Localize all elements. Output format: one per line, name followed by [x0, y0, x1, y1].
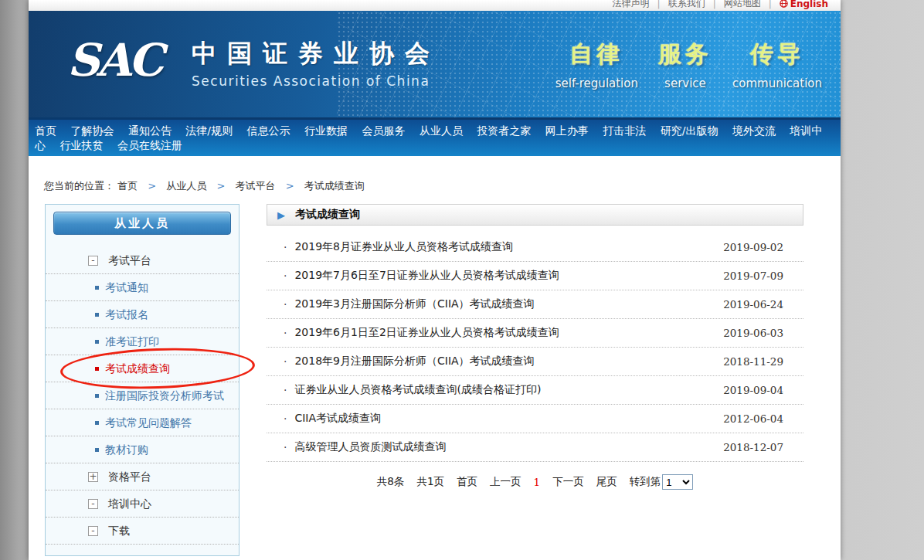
list-item: · CIIA考试成绩查询 2012-06-04 [267, 405, 803, 433]
goto-page-select[interactable]: 1 [662, 474, 693, 490]
panel-title: 考试成绩查询 [295, 208, 360, 222]
list-item-link[interactable]: 证券业从业人员资格考试成绩查询(成绩合格证打印) [294, 383, 541, 397]
sidebar-item-label: 教材订购 [105, 443, 148, 456]
square-bullet-icon [95, 313, 99, 317]
square-bullet-icon [95, 421, 99, 425]
slogan-cn: 传导 [732, 39, 822, 70]
sidebar-item-ciia-exam[interactable]: 注册国际投资分析师考试 [46, 382, 239, 409]
breadcrumb-separator: > [216, 180, 225, 192]
nav-item-about[interactable]: 了解协会 [70, 124, 114, 137]
breadcrumb-practitioners[interactable]: 从业人员 [166, 180, 206, 192]
collapse-toggle-icon[interactable]: - [88, 499, 98, 509]
sidebar-item-exam-faq[interactable]: 考试常见问题解答 [46, 409, 239, 436]
nav-item-poverty-alleviation[interactable]: 行业扶贫 [59, 139, 103, 151]
nav-item-practitioners[interactable]: 从业人员 [420, 124, 463, 137]
square-bullet-icon [95, 340, 99, 344]
nav-item-member-online-registration[interactable]: 会员在线注册 [117, 139, 182, 151]
list-item-link[interactable]: 2019年7月6日至7日证券业从业人员资格考试成绩查询 [294, 269, 559, 283]
sidebar-title-practitioners[interactable]: 从业人员 [53, 212, 231, 235]
list-item-date: 2018-12-07 [723, 441, 783, 453]
topbar-separator: | [713, 0, 716, 9]
sidebar-item-exam-platform[interactable]: - 考试平台 [46, 247, 239, 274]
site-title-en: Securities Association of China [192, 73, 440, 89]
contact-us-link[interactable]: 联系我们 [668, 0, 705, 10]
banner-slogan: 自律 self-regulation 服务 service 传导 communi… [555, 39, 822, 90]
main-panel: ▶ 考试成绩查询 · 2019年8月证券业从业人员资格考试成绩查询 2019-0… [267, 204, 803, 490]
sidebar-item-exam-notice[interactable]: 考试通知 [46, 274, 239, 301]
english-link[interactable]: English [780, 0, 828, 9]
list-item-link[interactable]: 2019年6月1日至2日证券业从业人员资格考试成绩查询 [294, 326, 559, 340]
nav-item-research-publications[interactable]: 研究/出版物 [661, 124, 718, 137]
list-item: · 2019年3月注册国际分析师（CIIA）考试成绩查询 2019-06-24 [267, 290, 803, 319]
prev-page-link[interactable]: 上一页 [490, 475, 521, 489]
sidebar-item-label: 考试常见问题解答 [105, 416, 192, 429]
result-list: · 2019年8月证券业从业人员资格考试成绩查询 2019-09-02 · 20… [267, 233, 803, 462]
topbar-separator: | [657, 0, 661, 9]
nav-item-investor-home[interactable]: 投资者之家 [477, 124, 531, 137]
list-item-date: 2019-07-09 [723, 270, 783, 282]
nav-item-overseas-exchange[interactable]: 境外交流 [732, 124, 776, 137]
sidebar-item-label: 考试成绩查询 [105, 361, 170, 375]
dot-bullet-icon: · [284, 412, 287, 425]
globe-icon [780, 0, 788, 8]
square-bullet-icon [95, 448, 99, 452]
sidebar-item-exam-registration[interactable]: 考试报名 [46, 301, 239, 328]
nav-item-info-disclosure[interactable]: 信息公示 [247, 124, 290, 137]
goto-page-label: 转到第 [630, 475, 661, 489]
list-item-link[interactable]: CIIA考试成绩查询 [294, 412, 381, 426]
list-item: · 2019年8月证券业从业人员资格考试成绩查询 2019-09-02 [267, 233, 803, 262]
sidebar-item-download[interactable]: - 下载 [46, 518, 239, 545]
dot-bullet-icon: · [284, 355, 287, 368]
sidebar-item-textbook-order[interactable]: 教材订购 [46, 436, 239, 463]
list-item: · 高级管理人员资质测试成绩查询 2018-12-07 [267, 433, 803, 462]
sidebar-menu: - 考试平台 考试通知 考试报名 准考证打印 考试成绩查询 [46, 247, 239, 545]
legal-notice-link[interactable]: 法律声明 [613, 0, 650, 10]
list-item-link[interactable]: 高级管理人员资质测试成绩查询 [294, 440, 446, 454]
sidebar-item-label: 准考证打印 [105, 334, 159, 348]
list-item-link[interactable]: 2019年8月证券业从业人员资格考试成绩查询 [294, 240, 513, 254]
dot-bullet-icon: · [284, 441, 287, 453]
nav-item-industry-data[interactable]: 行业数据 [304, 124, 348, 137]
sidebar-item-exam-score-inquiry[interactable]: 考试成绩查询 [46, 355, 239, 382]
list-item-date: 2019-09-02 [723, 241, 783, 253]
expand-toggle-icon[interactable]: + [88, 472, 98, 482]
nav-item-online-services[interactable]: 网上办事 [545, 124, 589, 137]
slogan-cn: 自律 [555, 39, 638, 70]
sidebar-item-qualification-platform[interactable]: + 资格平台 [46, 463, 239, 490]
list-item-date: 2019-09-04 [723, 384, 783, 396]
sidebar-item-admission-ticket-print[interactable]: 准考证打印 [46, 328, 239, 355]
blue-triangle-icon: ▶ [277, 210, 285, 220]
nav-item-home[interactable]: 首页 [35, 124, 56, 137]
list-item-link[interactable]: 2019年3月注册国际分析师（CIIA）考试成绩查询 [294, 297, 534, 311]
panel-header: ▶ 考试成绩查询 [267, 204, 803, 226]
collapse-toggle-icon[interactable]: - [88, 526, 98, 536]
slogan-en: communication [732, 76, 822, 90]
breadcrumb-separator: > [286, 180, 294, 192]
breadcrumb-prefix: 您当前的位置： [44, 180, 114, 192]
nav-item-member-services[interactable]: 会员服务 [362, 124, 405, 137]
last-page-link[interactable]: 尾页 [596, 475, 617, 489]
slogan-en: self-regulation [555, 76, 638, 90]
list-item-link[interactable]: 2018年9月注册国际分析师（CIIA）考试成绩查询 [294, 355, 534, 368]
current-page: 1 [534, 476, 541, 488]
sidebar-item-label: 考试平台 [108, 253, 151, 267]
nav-item-laws-rules[interactable]: 法律/规则 [185, 124, 233, 137]
dot-bullet-icon: · [284, 270, 287, 282]
sitemap-link[interactable]: 网站地图 [724, 0, 761, 10]
sidebar-item-training-center[interactable]: - 培训中心 [46, 490, 239, 518]
next-page-link[interactable]: 下一页 [552, 475, 584, 489]
goto-page-control: 转到第 1 [630, 474, 694, 490]
sac-logo[interactable]: SAC [67, 31, 161, 90]
first-page-link[interactable]: 首页 [457, 475, 477, 489]
content-area: 从业人员 - 考试平台 考试通知 考试报名 准考证打印 [29, 204, 841, 556]
dot-bullet-icon: · [284, 298, 287, 311]
nav-item-notices[interactable]: 通知公告 [128, 124, 172, 137]
breadcrumb-home[interactable]: 首页 [117, 180, 138, 192]
breadcrumb-exam-score-inquiry[interactable]: 考试成绩查询 [304, 180, 365, 192]
breadcrumb: 您当前的位置： 首页 > 从业人员 > 考试平台 > 考试成绩查询 [29, 156, 841, 204]
list-item: · 2018年9月注册国际分析师（CIIA）考试成绩查询 2018-11-29 [267, 348, 803, 376]
breadcrumb-exam-platform[interactable]: 考试平台 [236, 180, 276, 192]
list-item-date: 2012-06-04 [723, 412, 783, 425]
collapse-toggle-icon[interactable]: - [88, 256, 98, 266]
nav-item-anti-illegal[interactable]: 打击非法 [603, 124, 646, 137]
